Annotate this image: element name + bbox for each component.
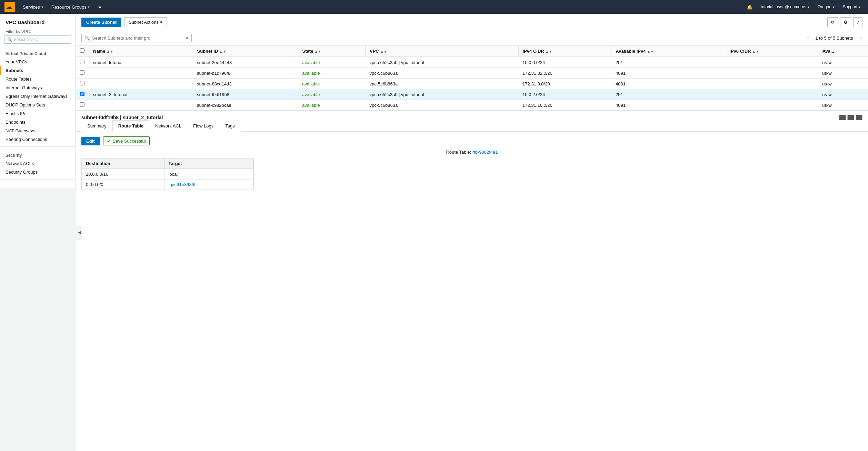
col-available-ipv4[interactable]: Available IPv4 ▲▼: [611, 45, 725, 57]
tab-summary[interactable]: Summary: [81, 120, 112, 132]
col-target: Target: [164, 158, 253, 169]
sidebar-item-route-tables[interactable]: Route Tables: [0, 75, 76, 83]
aws-logo[interactable]: ☁: [3, 1, 16, 13]
settings-button[interactable]: ⚙: [840, 17, 851, 27]
table-row[interactable]: subnet-c982bcaeavailablevpc-5c6b863a172.…: [76, 100, 868, 111]
tab-network-acl[interactable]: Network ACL: [149, 120, 187, 132]
sidebar: VPC Dashboard Filter by VPC: 🔍 Select a …: [0, 14, 76, 188]
sidebar-section-label: Security: [0, 150, 76, 159]
nav-right: 🔔 tutorial_user @ numeros ▾ Oregon ▾ Sup…: [743, 0, 865, 14]
prev-page-button[interactable]: ‹: [811, 35, 814, 41]
refresh-button[interactable]: ↻: [827, 17, 838, 27]
vpc-filter-input[interactable]: 🔍 Select a VPC: [4, 35, 71, 44]
resource-groups-chevron-icon: ▾: [88, 5, 90, 9]
services-nav[interactable]: Services ▾: [19, 0, 47, 14]
tab-tags[interactable]: Tags: [219, 120, 240, 132]
clear-search-icon[interactable]: ✕: [185, 35, 189, 41]
help-button[interactable]: ?: [853, 17, 862, 27]
sidebar-item-nat-gateways[interactable]: NAT Gateways: [0, 126, 76, 135]
col-ipv6-cidr[interactable]: IPv6 CIDR ▲▼: [725, 45, 818, 57]
tab-route-table[interactable]: Route Table: [112, 120, 149, 132]
star-icon: ★: [98, 4, 102, 10]
col-subnet-id[interactable]: Subnet ID ▲▼: [193, 45, 298, 57]
sidebar-collapse-button[interactable]: ◀: [76, 226, 82, 239]
table-row[interactable]: subnet_tutorialsubnet-2ee44448availablev…: [76, 57, 868, 68]
table-row[interactable]: subnet_2_tutorialsubnet-f0df19b8availabl…: [76, 89, 868, 100]
toolbar: Create Subnet Subnet Actions ▾ ↻ ⚙ ?: [76, 14, 868, 31]
support-chevron-icon: ▾: [859, 5, 860, 9]
row-checkbox-3[interactable]: [80, 92, 84, 96]
table-row[interactable]: subnet-b1c796f8availablevpc-5c6b863a172.…: [76, 68, 868, 79]
pagination-info: « ‹ 1 to 5 of 5 Subnets › »: [806, 35, 862, 41]
row-checkbox-2[interactable]: [80, 81, 84, 85]
detail-view-icon-2[interactable]: [847, 115, 854, 120]
next-page-button[interactable]: ›: [854, 35, 857, 41]
user-menu-nav[interactable]: tutorial_user @ numeros ▾: [757, 0, 814, 14]
sidebar-divider: [0, 179, 76, 180]
check-icon: ✔: [107, 138, 111, 144]
target-link[interactable]: igw-91e898f6: [169, 182, 196, 187]
save-success-message: ✔ Save Successful: [103, 136, 150, 145]
actions-chevron-icon: ▾: [160, 20, 162, 25]
detail-view-icon-1[interactable]: [839, 115, 846, 120]
detail-view-icons: [839, 115, 862, 120]
select-all-header[interactable]: [76, 45, 89, 57]
region-nav[interactable]: Oregon ▾: [814, 0, 839, 14]
route-row: 0.0.0.0/0igw-91e898f6: [82, 180, 253, 190]
detail-tabs: SummaryRoute TableNetwork ACLFlow LogsTa…: [76, 120, 868, 132]
create-subnet-button[interactable]: Create Subnet: [81, 18, 121, 27]
tab-content-route-table: Edit ✔ Save Successful Route Table: rtb-…: [76, 132, 868, 195]
resource-groups-nav[interactable]: Resource Groups ▾: [47, 0, 94, 14]
route-table-label: Route Table: rtb-9802f4e1: [81, 150, 862, 155]
sidebar-item-internet-gateways[interactable]: Internet Gateways: [0, 83, 76, 92]
search-icon: 🔍: [7, 37, 12, 42]
sidebar-item-subnets[interactable]: Subnets: [0, 66, 76, 75]
detail-panel: subnet-f0df19b8 | subnet_2_tutorial Summ…: [76, 111, 868, 451]
route-table-detail: Destination Target 10.0.0.0/16local0.0.0…: [81, 158, 254, 190]
sidebar-item-network-acls[interactable]: Network ACLs: [0, 159, 76, 168]
sidebar-item-dhcp-options[interactable]: DHCP Options Sets: [0, 101, 76, 109]
col-ipv4-cidr[interactable]: IPv4 CIDR ▲▼: [518, 45, 611, 57]
sidebar-item-endpoints[interactable]: Endpoints: [0, 118, 76, 126]
col-state[interactable]: State ▲▼: [298, 45, 365, 57]
col-name[interactable]: Name ▲▼: [89, 45, 193, 57]
sidebar-item-peering-connections[interactable]: Peering Connections: [0, 135, 76, 144]
toolbar-right: ↻ ⚙ ?: [827, 17, 862, 27]
route-table-id-link[interactable]: rtb-9802f4e1: [472, 150, 498, 155]
col-az[interactable]: Ava...: [818, 45, 868, 57]
first-page-button[interactable]: «: [806, 35, 810, 41]
sidebar-item-security-groups[interactable]: Security Groups: [0, 168, 76, 176]
sidebar-item-egress-only-gateways[interactable]: Egress Only Internet Gateways: [0, 92, 76, 101]
bookmarks-nav[interactable]: ★: [94, 0, 106, 14]
svg-text:☁: ☁: [6, 4, 12, 10]
row-checkbox-0[interactable]: [80, 60, 84, 64]
support-nav[interactable]: Support ▾: [839, 0, 865, 14]
tab-toolbar: Edit ✔ Save Successful: [81, 136, 862, 145]
tab-flow-logs[interactable]: Flow Logs: [187, 120, 219, 132]
search-bar[interactable]: 🔍 ✕: [81, 34, 192, 42]
select-all-checkbox[interactable]: [80, 48, 84, 53]
last-page-button[interactable]: »: [859, 35, 862, 41]
row-checkbox-1[interactable]: [80, 70, 84, 75]
detail-header: subnet-f0df19b8 | subnet_2_tutorial: [76, 111, 868, 120]
search-bar-wrap: 🔍 ✕ « ‹ 1 to 5 of 5 Subnets › »: [76, 31, 868, 45]
detail-view-icon-3[interactable]: [856, 115, 862, 120]
subnet-actions-button[interactable]: Subnet Actions ▾: [124, 17, 167, 27]
search-magnifier-icon: 🔍: [84, 35, 90, 41]
user-chevron-icon: ▾: [808, 5, 809, 9]
route-row: 10.0.0.0/16local: [82, 169, 253, 180]
search-input[interactable]: [92, 35, 183, 41]
sidebar-item-elastic-ips[interactable]: Elastic IPs: [0, 109, 76, 118]
services-chevron-icon: ▾: [41, 5, 43, 9]
table-row[interactable]: subnet-88cd14d3availablevpc-5c6b863a172.…: [76, 79, 868, 89]
edit-route-table-button[interactable]: Edit: [81, 137, 100, 145]
notifications-bell-icon[interactable]: 🔔: [743, 0, 757, 14]
sidebar-section-label: Virtual Private Cloud: [0, 48, 76, 58]
sidebar-title: VPC Dashboard: [0, 19, 76, 28]
region-chevron-icon: ▾: [833, 5, 835, 9]
sidebar-divider: [0, 146, 76, 147]
col-vpc[interactable]: VPC ▲▼: [366, 45, 519, 57]
row-checkbox-4[interactable]: [80, 102, 84, 107]
col-destination: Destination: [82, 158, 164, 169]
sidebar-item-your-vpcs[interactable]: Your VPCs: [0, 58, 76, 66]
